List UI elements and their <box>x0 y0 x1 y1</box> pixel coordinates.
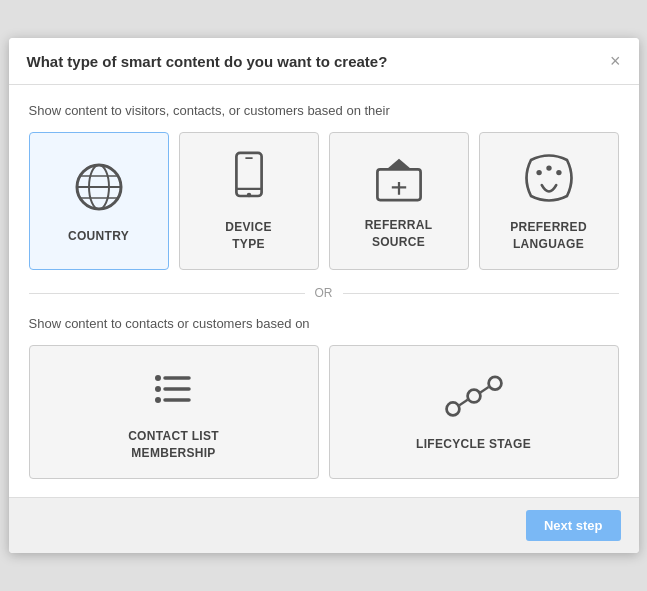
language-icon <box>522 151 576 205</box>
next-step-button[interactable]: Next step <box>526 510 621 541</box>
svg-marker-10 <box>386 159 411 170</box>
svg-point-20 <box>155 375 161 381</box>
svg-point-15 <box>546 166 551 171</box>
card-country-label: COUNTRY <box>68 228 129 245</box>
modal-body: Show content to visitors, contacts, or c… <box>9 85 639 496</box>
svg-point-22 <box>155 397 161 403</box>
card-country[interactable]: COUNTRY <box>29 132 169 270</box>
svg-point-7 <box>246 193 251 198</box>
section1-label: Show content to visitors, contacts, or c… <box>29 103 619 118</box>
modal-footer: Next step <box>9 497 639 553</box>
card-lifecycle-stage[interactable]: LIFECYCLE STAGE <box>329 345 619 479</box>
card-referral-source-label: REFERRALSOURCE <box>365 217 433 251</box>
list-icon <box>149 364 199 414</box>
section2-label: Show content to contacts or customers ba… <box>29 316 619 331</box>
card-contact-list-membership[interactable]: CONTACT LISTMEMBERSHIP <box>29 345 319 479</box>
svg-point-21 <box>155 386 161 392</box>
referral-icon <box>372 153 426 203</box>
svg-line-26 <box>459 400 467 405</box>
card-preferred-language-label: PREFERREDLANGUAGE <box>510 219 587 253</box>
svg-point-14 <box>536 170 541 175</box>
card-device-type[interactable]: DEVICETYPE <box>179 132 319 270</box>
close-button[interactable]: × <box>610 52 621 70</box>
svg-point-16 <box>556 170 561 175</box>
svg-point-25 <box>488 377 501 390</box>
svg-line-27 <box>480 387 488 392</box>
modal-header: What type of smart content do you want t… <box>9 38 639 85</box>
globe-icon <box>72 160 126 214</box>
card-device-type-label: DEVICETYPE <box>225 219 271 253</box>
card-lifecycle-stage-label: LIFECYCLE STAGE <box>416 436 531 453</box>
card-preferred-language[interactable]: PREFERREDLANGUAGE <box>479 132 619 270</box>
svg-point-23 <box>446 403 459 416</box>
cards-row-bottom: CONTACT LISTMEMBERSHIP LIFECYCLE STAGE <box>29 345 619 479</box>
card-contact-list-membership-label: CONTACT LISTMEMBERSHIP <box>128 428 219 462</box>
lifecycle-icon <box>442 372 506 422</box>
smart-content-modal: What type of smart content do you want t… <box>9 38 639 552</box>
device-icon <box>227 151 271 205</box>
or-divider: OR <box>29 286 619 300</box>
modal-title: What type of smart content do you want t… <box>27 53 388 70</box>
card-referral-source[interactable]: REFERRALSOURCE <box>329 132 469 270</box>
cards-row-top: COUNTRY DEVICETYPE <box>29 132 619 270</box>
svg-point-24 <box>467 390 480 403</box>
